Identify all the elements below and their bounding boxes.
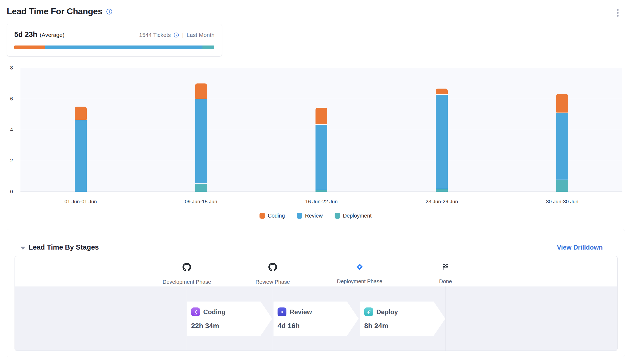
bar-segment-review[interactable]: [436, 95, 448, 189]
stage-card-review[interactable]: Review4d 16h: [274, 302, 359, 336]
stage-card-header: Deploy: [364, 307, 445, 316]
stage-duration: 4d 16h: [278, 322, 359, 330]
bar-segment-deployment[interactable]: [436, 189, 448, 192]
summary-bar-segment-deployment: [202, 46, 214, 49]
bar-30 Jun-30 Jun[interactable]: [556, 68, 568, 192]
stage-name: Coding: [203, 308, 226, 316]
x-tick-label: 30 Jun-30 Jun: [546, 199, 578, 205]
x-tick-label: 01 Jun-01 Jun: [64, 199, 97, 205]
stage-card-coding[interactable]: Coding22h 34m: [187, 302, 272, 336]
bar-segment-review[interactable]: [316, 125, 327, 190]
bar-segment-review[interactable]: [75, 120, 87, 192]
bar-segment-deployment[interactable]: [556, 180, 568, 192]
summary-bar-segment-review: [45, 46, 202, 49]
hourglass-icon: [191, 307, 200, 316]
bar-segment-coding[interactable]: [436, 89, 448, 94]
bar-segment-deployment[interactable]: [316, 190, 327, 192]
legend-swatch-icon: [335, 213, 340, 219]
legend-swatch-icon: [260, 213, 265, 219]
bar-segment-coding[interactable]: [316, 108, 327, 124]
stage-duration: 22h 34m: [191, 322, 272, 330]
collapse-caret-icon[interactable]: [20, 247, 25, 250]
y-tick-label: 4: [4, 127, 13, 133]
stage-name: Deploy: [376, 308, 398, 316]
tickets-count: 1544 Tickets: [139, 32, 171, 38]
average-label: (Average): [40, 32, 65, 38]
info-icon[interactable]: [173, 32, 179, 38]
jira-icon: [356, 263, 364, 271]
bar-segment-review[interactable]: [195, 99, 207, 183]
bar-segment-coding[interactable]: [75, 107, 87, 120]
github-icon: [183, 263, 191, 271]
bar-01 Jun-01 Jun[interactable]: [75, 68, 87, 192]
lead-time-by-stages-card: Lead Time By Stages View Drilldown Devel…: [7, 229, 625, 357]
phase-header-development-phase: Development Phase: [144, 263, 230, 285]
info-icon[interactable]: [106, 8, 113, 15]
bar-23 Jun-29 Jun[interactable]: [436, 68, 448, 192]
bar-segment-coding[interactable]: [195, 83, 207, 99]
phase-label: Review Phase: [230, 279, 316, 285]
legend-label: Deployment: [343, 213, 372, 219]
bar-segment-coding[interactable]: [556, 94, 568, 113]
separator: |: [182, 32, 184, 38]
x-tick-label: 09 Jun-15 Jun: [185, 199, 217, 205]
stages-title: Lead Time By Stages: [29, 243, 99, 251]
legend-item-coding[interactable]: Coding: [260, 213, 285, 219]
bar-16 Jun-22 Jun[interactable]: [316, 68, 327, 192]
column-divider: [360, 286, 360, 351]
legend-label: Coding: [268, 213, 285, 219]
column-divider: [446, 286, 446, 351]
y-tick-label: 6: [4, 96, 13, 102]
phase-header-review-phase: Review Phase: [230, 263, 316, 285]
page-header: Lead Time For Changes: [7, 6, 113, 16]
chart-legend: CodingReviewDeployment: [0, 213, 631, 219]
column-divider: [187, 286, 187, 351]
average-value: 5d 23h: [14, 30, 37, 38]
stage-card-header: Coding: [191, 307, 272, 316]
legend-item-deployment[interactable]: Deployment: [335, 213, 372, 219]
average-lead-time: 5d 23h(Average): [14, 30, 64, 39]
bar-09 Jun-15 Jun[interactable]: [195, 68, 207, 192]
phase-header-deployment-phase: Deployment Phase: [317, 263, 403, 285]
legend-label: Review: [305, 213, 323, 219]
column-divider: [273, 286, 273, 351]
view-drilldown-link[interactable]: View Drilldown: [557, 244, 603, 251]
stage-card-deploy[interactable]: Deploy8h 24m: [360, 302, 445, 336]
stages-table-body: Coding22h 34mReview4d 16hDeploy8h 24m: [15, 286, 617, 351]
y-tick-label: 2: [4, 158, 13, 164]
stage-duration: 8h 24m: [364, 322, 445, 330]
summary-progress-bar: [14, 46, 214, 49]
sparkle-icon: [278, 307, 286, 316]
github-icon: [268, 263, 277, 271]
x-tick-label: 16 Jun-22 Jun: [305, 199, 338, 205]
bar-segment-deployment[interactable]: [195, 184, 207, 192]
stage-name: Review: [290, 308, 312, 316]
bar-segment-review[interactable]: [556, 113, 568, 180]
summary-card: 5d 23h(Average) 1544 Tickets | Last Mont…: [7, 24, 222, 57]
y-tick-label: 8: [4, 65, 13, 71]
legend-swatch-icon: [297, 213, 302, 219]
phase-label: Deployment Phase: [317, 278, 403, 285]
legend-item-review[interactable]: Review: [297, 213, 323, 219]
lead-time-chart-plot: [20, 68, 622, 192]
stage-card-header: Review: [278, 307, 359, 316]
period-label: Last Month: [187, 32, 215, 38]
phase-header-done: Done: [402, 263, 489, 285]
kebab-menu-icon[interactable]: [616, 8, 620, 18]
x-tick-label: 23 Jun-29 Jun: [426, 199, 458, 205]
stages-table: Development PhaseReview PhaseDeployment …: [15, 256, 618, 351]
y-tick-label: 0: [4, 189, 13, 195]
rocket-icon: [364, 307, 373, 316]
phase-label: Done: [402, 278, 489, 285]
page-title: Lead Time For Changes: [7, 6, 103, 16]
summary-bar-segment-coding: [14, 46, 45, 49]
checkered-flag-icon: [441, 263, 450, 271]
phase-label: Development Phase: [144, 279, 230, 285]
